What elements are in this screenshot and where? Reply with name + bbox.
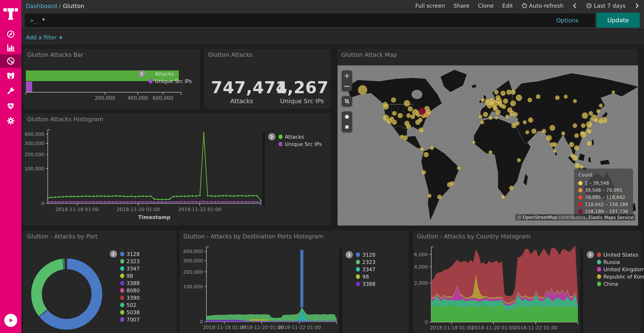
legend-item-attacks[interactable]: Attacks — [148, 70, 192, 78]
svg-text:Timestamp: Timestamp — [138, 214, 170, 220]
sidebar-item-dev-tools[interactable] — [0, 84, 22, 98]
legend-color-dot — [120, 273, 124, 278]
svg-text:2018-11-22 01:00: 2018-11-22 01:00 — [278, 324, 321, 330]
panel-attack-map: Glutton Attack Map + − — [337, 49, 638, 226]
legend-expand-button[interactable] — [110, 250, 117, 258]
legend-item-3347[interactable]: 3347 — [356, 266, 376, 273]
sidebar-item-monitoring[interactable] — [0, 99, 22, 113]
legend-color-dot — [356, 252, 360, 257]
legend-label: 2323 — [126, 258, 140, 264]
map-legend: Count 1 – 39,54839,548 – 79,09579,095 – … — [574, 169, 633, 218]
scrollbar-track[interactable] — [262, 131, 265, 206]
legend-label: Unique Src IPs — [155, 78, 192, 84]
legend-color-dot — [597, 260, 601, 264]
ems-link[interactable]: Elastic Maps Service — [588, 215, 634, 220]
map-draw-polygon-button[interactable] — [342, 111, 352, 122]
legend-color-dot — [597, 267, 601, 272]
update-button[interactable]: Update — [596, 13, 640, 28]
legend-label: Attacks — [285, 134, 304, 140]
legend-item-united-states[interactable]: United States — [597, 251, 644, 258]
legend-item-3347[interactable]: 3347 — [120, 265, 140, 272]
svg-text:200,000: 200,000 — [183, 269, 203, 275]
nav-item-full-screen[interactable]: Full screen — [415, 3, 445, 9]
legend-item-united-kingdom[interactable]: United Kingdom — [597, 266, 644, 273]
chevron-right-icon — [347, 253, 351, 257]
map-fit-data-button[interactable] — [342, 96, 352, 107]
legend-item-3390[interactable]: 3390 — [120, 294, 140, 301]
legend-item-russia[interactable]: Russia — [597, 258, 644, 266]
sidebar-expand-button[interactable] — [4, 314, 17, 327]
breadcrumb-separator: / — [57, 3, 63, 10]
map-draw-rectangle-button[interactable] — [342, 122, 352, 132]
legend-color-dot — [120, 295, 124, 300]
panel-title: Glutton - Attacks by Country Histogram — [417, 233, 530, 240]
legend-item-unique-src-ips[interactable]: Unique Src IPs — [278, 140, 322, 148]
svg-text:600,000: 600,000 — [152, 95, 173, 101]
sidebar-item-visualize[interactable] — [0, 41, 22, 54]
legend-item-98[interactable]: 98 — [356, 273, 376, 280]
legend-label: United States — [603, 252, 638, 258]
sidebar-item-management[interactable] — [0, 114, 22, 128]
legend-item-china[interactable]: China — [597, 280, 644, 287]
metric-attacks: 747,474Attacks — [211, 78, 272, 105]
options-link[interactable]: Options — [556, 14, 578, 27]
legend-item-98[interactable]: 98 — [120, 272, 140, 279]
sidebar-item-bear[interactable] — [0, 69, 22, 83]
time-picker-button[interactable]: Last 7 days — [586, 3, 626, 9]
panel-attacks-metric: Glutton Attacks 747,474Attacks1,267Uniqu… — [204, 49, 331, 109]
legend-item-2323[interactable]: 2323 — [356, 258, 376, 266]
time-back-button[interactable] — [572, 3, 578, 9]
play-icon — [7, 316, 14, 324]
legend-item-3128[interactable]: 3128 — [356, 251, 376, 258]
nav-item-clone[interactable]: Clone — [478, 3, 494, 9]
bear-icon — [6, 72, 15, 80]
legend-expand-button[interactable] — [268, 133, 276, 140]
time-forward-button[interactable] — [634, 3, 640, 9]
legend-item-attacks[interactable]: Attacks — [278, 133, 322, 140]
legend-item-republic-of-korea[interactable]: Republic of Korea — [597, 273, 644, 280]
attacks-histogram-chart[interactable]: 0100,000200,000300,000400,0002018-11-18 … — [23, 113, 330, 226]
legend-label: 3347 — [362, 266, 376, 272]
legend-item-2323[interactable]: 2323 — [120, 258, 140, 265]
map-zoom-out-button[interactable]: − — [342, 81, 352, 91]
chart-legend: 3128232333479833888080339050250387007 — [110, 250, 140, 323]
svg-text:2018-11-20 01:00: 2018-11-20 01:00 — [472, 325, 515, 330]
svg-text:2018-11-18 01:00: 2018-11-18 01:00 — [56, 207, 99, 212]
wrench-icon — [6, 87, 15, 95]
scrollbar-track[interactable] — [339, 249, 342, 333]
attacks-by-port-donut[interactable] — [23, 230, 176, 333]
scrollbar-track[interactable] — [580, 249, 583, 333]
dashboard-gauge-icon — [6, 57, 15, 65]
map-legend-dot — [578, 195, 582, 199]
rectangle-icon — [344, 124, 350, 130]
search-input[interactable]: >_ * Options — [25, 14, 595, 27]
add-filter-link[interactable]: Add a filter + — [26, 34, 63, 41]
attack-map[interactable]: + − Count — [338, 65, 638, 226]
legend-expand-button[interactable] — [587, 251, 594, 258]
legend-color-dot — [120, 317, 124, 322]
auto-refresh-button[interactable]: Auto-refresh — [521, 3, 564, 9]
legend-item-5038[interactable]: 5038 — [120, 309, 140, 316]
panel-title: Glutton Attacks Bar — [27, 51, 83, 58]
nav-item-edit[interactable]: Edit — [502, 3, 513, 9]
map-legend-label: 79,095 – 118,642 — [585, 195, 625, 200]
query-prompt-icon: >_ — [30, 17, 37, 24]
nav-item-share[interactable]: Share — [454, 3, 470, 9]
legend-label: United Kingdom — [603, 266, 644, 272]
metric-unique-src-ips: 1,267Unique Src IPs — [272, 78, 333, 105]
legend-item-502[interactable]: 502 — [120, 301, 140, 309]
sidebar-item-discover[interactable] — [0, 28, 22, 41]
legend-item-3388[interactable]: 3388 — [120, 279, 140, 287]
legend-item-unique-src-ips[interactable]: Unique Src IPs — [148, 78, 192, 85]
legend-item-3388[interactable]: 3388 — [356, 280, 376, 287]
legend-expand-button[interactable] — [346, 251, 353, 258]
breadcrumb-dashboard-link[interactable]: Dashboard — [26, 3, 57, 10]
sidebar-item-dashboard[interactable] — [0, 54, 22, 68]
osm-link[interactable]: OpenStreetMap — [523, 215, 557, 220]
legend-expand-button[interactable] — [138, 70, 146, 78]
legend-item-3128[interactable]: 3128 — [120, 250, 140, 258]
map-legend-title: Count — [578, 172, 628, 178]
legend-item-7007[interactable]: 7007 — [120, 316, 140, 323]
legend-item-8080[interactable]: 8080 — [120, 287, 140, 294]
map-zoom-in-button[interactable]: + — [342, 70, 352, 81]
